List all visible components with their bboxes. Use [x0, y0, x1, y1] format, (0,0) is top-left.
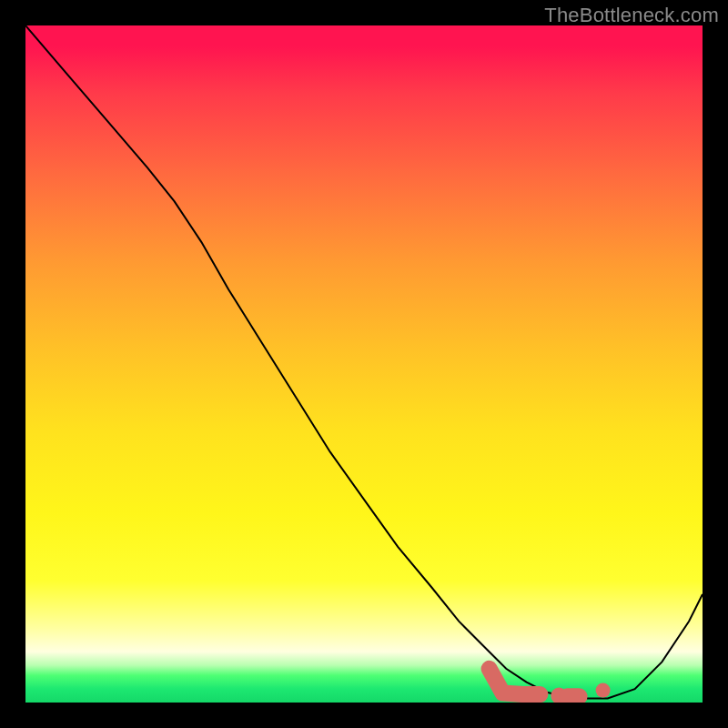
sweet-spot-dot-2 [596, 683, 611, 698]
curve-layer [25, 25, 703, 703]
bottleneck-curve [25, 25, 703, 699]
watermark-text: TheBottleneck.com [544, 4, 719, 27]
sweet-spot-marker [490, 669, 541, 694]
annotation-layer [490, 669, 611, 703]
chart-frame: TheBottleneck.com [0, 0, 728, 728]
plot-area [25, 25, 703, 703]
